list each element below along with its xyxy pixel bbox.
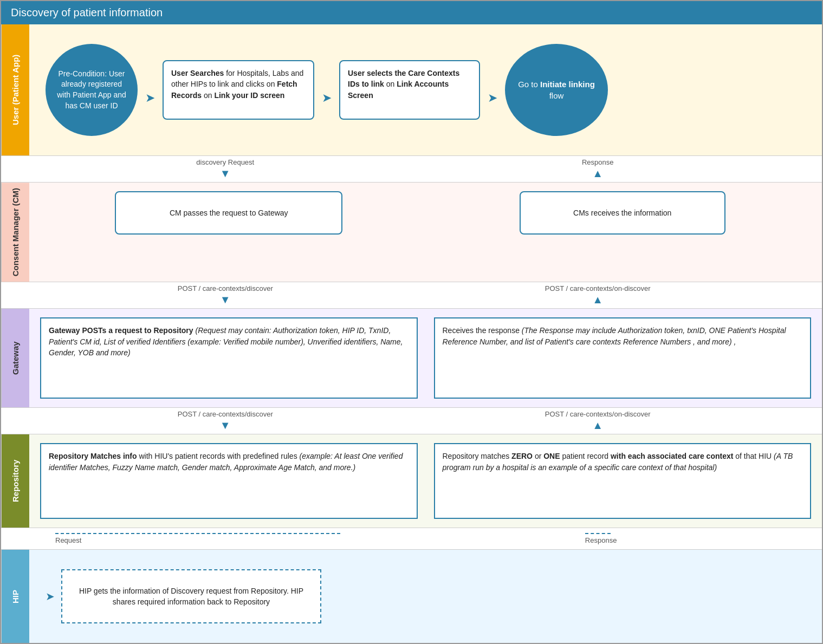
up-arrow-2: ▲ bbox=[592, 294, 603, 306]
cm-box2: CMs receives the information bbox=[520, 191, 725, 235]
gateway-post-discover-label: POST / care-contexts/discover bbox=[178, 410, 273, 418]
gateway-label: Gateway bbox=[1, 309, 29, 407]
row-cm: Consent Manager (CM) CM passes the reque… bbox=[1, 183, 822, 282]
user-step2-box: User selects the Care Contexts IDs to li… bbox=[339, 60, 480, 120]
gateway-row-content: Gateway POSTs a request to Repository (R… bbox=[29, 309, 822, 407]
between-cm-gateway: POST / care-contexts/discover ▼ POST / c… bbox=[1, 282, 822, 309]
cm-box1-col: CM passes the request to Gateway bbox=[40, 191, 418, 235]
title-bar: Discovery of patient information bbox=[1, 1, 822, 24]
repository-label: Repository bbox=[1, 434, 29, 528]
title-text: Discovery of patient information bbox=[11, 6, 163, 18]
hip-row-content: ➤ HIP gets the information of Discovery … bbox=[29, 550, 822, 643]
gateway-post-ondiscover-label-area: POST / care-contexts/on-discover ▲ bbox=[412, 410, 785, 432]
row-hip: HIP ➤ HIP gets the information of Discov… bbox=[1, 550, 822, 643]
diagram-area: User (Patient App) Pre-Condition: User a… bbox=[1, 24, 822, 643]
response-dashed-label: Response bbox=[585, 533, 611, 544]
arrow-1: ➤ bbox=[145, 91, 155, 105]
post-discover-label: POST / care-contexts/discover bbox=[178, 284, 273, 292]
gateway-box1: Gateway POSTs a request to Repository (R… bbox=[40, 317, 418, 399]
repository-box2-col: Repository matches ZERO or ONE patient r… bbox=[434, 443, 812, 519]
repository-row-content: Repository Matches info with HIU's patie… bbox=[29, 434, 822, 528]
row-gateway: Gateway Gateway POSTs a request to Repos… bbox=[1, 309, 822, 408]
main-container: Discovery of patient information User (P… bbox=[0, 0, 823, 644]
up-arrow-3: ▲ bbox=[592, 419, 603, 432]
up-arrow-1: ▲ bbox=[592, 167, 603, 180]
step1-bold1: User Searches bbox=[171, 69, 224, 77]
response-dashed-label-area: Response bbox=[412, 533, 785, 544]
discovery-request-label-area: discovery Request ▼ bbox=[39, 158, 412, 180]
user-step1-box: User Searches for Hospitals, Labs and ot… bbox=[163, 60, 314, 120]
arrow-2: ➤ bbox=[322, 91, 332, 105]
discovery-request-label: discovery Request bbox=[196, 158, 254, 166]
between-user-cm: discovery Request ▼ Response ▲ bbox=[1, 156, 822, 183]
goto-initiate-oval: Go to Initiate linking flow bbox=[505, 44, 608, 136]
cm-box2-col: CMs receives the information bbox=[434, 191, 812, 235]
hip-box1: HIP gets the information of Discovery re… bbox=[61, 569, 321, 623]
arrow-3: ➤ bbox=[488, 91, 497, 105]
response-label: Response bbox=[582, 158, 614, 166]
down-arrow-2: ▼ bbox=[220, 294, 231, 306]
repository-box1: Repository Matches info with HIU's patie… bbox=[40, 443, 418, 519]
repository-box2: Repository matches ZERO or ONE patient r… bbox=[434, 443, 812, 519]
row-repository: Repository Repository Matches info with … bbox=[1, 434, 822, 528]
precondition-oval: Pre-Condition: User already registered w… bbox=[46, 44, 138, 136]
gateway-box1-col: Gateway POSTs a request to Repository (R… bbox=[40, 317, 418, 399]
post-ondiscover-label: POST / care-contexts/on-discover bbox=[545, 284, 651, 292]
post-ondiscover-label-area: POST / care-contexts/on-discover ▲ bbox=[412, 284, 785, 306]
response-label-area: Response ▲ bbox=[412, 158, 785, 180]
gateway-box2-col: Receives the response (The Response may … bbox=[434, 317, 812, 399]
gateway-box2: Receives the response (The Response may … bbox=[434, 317, 812, 399]
user-label: User (Patient App) bbox=[1, 24, 29, 155]
user-row-content: Pre-Condition: User already registered w… bbox=[29, 24, 822, 155]
hip-left-arrow: ➤ bbox=[46, 590, 55, 603]
cm-box1: CM passes the request to Gateway bbox=[115, 191, 342, 235]
between-repo-hip: Request Response bbox=[1, 528, 822, 550]
request-label: Request bbox=[55, 533, 340, 544]
down-arrow-1: ▼ bbox=[220, 167, 231, 180]
row-user: User (Patient App) Pre-Condition: User a… bbox=[1, 24, 822, 156]
hip-label: HIP bbox=[1, 550, 29, 643]
cm-label: Consent Manager (CM) bbox=[1, 183, 29, 282]
post-discover-label-area: POST / care-contexts/discover ▼ bbox=[39, 284, 412, 306]
repository-box1-col: Repository Matches info with HIU's patie… bbox=[40, 443, 418, 519]
gateway-post-ondiscover-label: POST / care-contexts/on-discover bbox=[545, 410, 651, 418]
between-gateway-repo: POST / care-contexts/discover ▼ POST / c… bbox=[1, 408, 822, 434]
down-arrow-3: ▼ bbox=[220, 419, 231, 432]
request-label-area: Request bbox=[39, 533, 412, 544]
gateway-post-discover-label-area: POST / care-contexts/discover ▼ bbox=[39, 410, 412, 432]
cm-row-content: CM passes the request to Gateway CMs rec… bbox=[29, 183, 822, 282]
